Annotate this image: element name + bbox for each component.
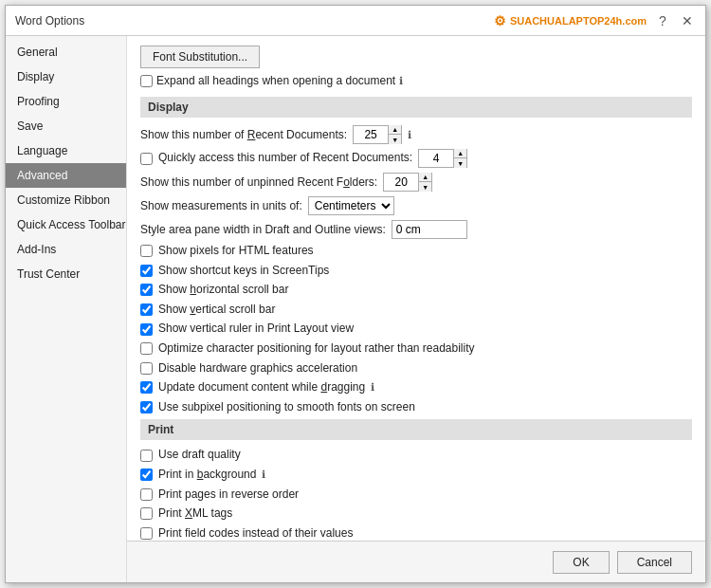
content-area: Font Substitution... Expand all headings… <box>127 36 705 582</box>
draft-quality-label: Use draft quality <box>158 448 241 463</box>
unpinned-folders-row: Show this number of unpinned Recent Fold… <box>140 173 692 192</box>
help-button[interactable]: ? <box>654 12 671 29</box>
quick-access-label: Quickly access this number of Recent Doc… <box>158 151 412 166</box>
unpinned-folders-input[interactable] <box>384 174 418 191</box>
print-xml-checkbox[interactable] <box>140 507 153 520</box>
sidebar-item-language[interactable]: Language <box>6 138 126 163</box>
reverse-order-row: Print pages in reverse order <box>140 487 692 503</box>
pixels-html-label: Show pixels for HTML features <box>158 244 314 259</box>
update-doc-label: Update document content while dragging <box>158 380 365 395</box>
expand-headings-info-icon: ℹ <box>399 75 403 87</box>
subpixel-row: Use subpixel positioning to smooth fonts… <box>140 400 692 415</box>
brand-label: SUACHUALAPTOP24h.com <box>510 15 647 27</box>
update-doc-info-icon: ℹ <box>371 381 374 394</box>
disable-hw-checkbox[interactable] <box>140 362 153 375</box>
recent-docs-info-icon: ℹ <box>408 129 411 141</box>
sidebar-item-save[interactable]: Save <box>6 114 126 138</box>
title-bar: Word Options ⚙ SUACHUALAPTOP24h.com ? ✕ <box>6 6 705 36</box>
update-doc-row: Update document content while dragging ℹ <box>140 380 692 395</box>
dialog-body: General Display Proofing Save Language A… <box>6 36 705 582</box>
sidebar-item-trust-center[interactable]: Trust Center <box>6 262 126 286</box>
quick-access-down-btn[interactable]: ▼ <box>453 158 466 168</box>
sidebar-item-proofing[interactable]: Proofing <box>6 89 126 114</box>
disable-hw-row: Disable hardware graphics acceleration <box>140 361 692 377</box>
print-background-checkbox[interactable] <box>140 469 153 481</box>
units-row: Show measurements in units of: Inches Ce… <box>140 196 692 215</box>
subpixel-label: Use subpixel positioning to smooth fonts… <box>158 400 415 415</box>
font-substitution-button[interactable]: Font Substitution... <box>140 46 260 68</box>
recent-docs-row: Show this number of Recent Documents: ▲ … <box>140 125 692 144</box>
shortcut-keys-checkbox[interactable] <box>140 265 153 277</box>
shortcut-keys-row: Show shortcut keys in ScreenTips <box>140 264 692 279</box>
quick-access-up-btn[interactable]: ▲ <box>453 149 466 158</box>
sidebar-item-addins[interactable]: Add-Ins <box>6 237 126 262</box>
expand-headings-label: Expand all headings when opening a docum… <box>156 74 395 87</box>
ok-button[interactable]: OK <box>553 551 609 574</box>
sidebar-item-advanced[interactable]: Advanced <box>6 163 126 188</box>
shortcut-keys-label: Show shortcut keys in ScreenTips <box>158 264 329 279</box>
sidebar-item-customize-ribbon[interactable]: Customize Ribbon <box>6 188 126 212</box>
quick-access-spin-btns: ▲ ▼ <box>453 149 466 168</box>
reverse-order-label: Print pages in reverse order <box>158 487 299 503</box>
expand-headings-checkbox[interactable] <box>140 75 153 87</box>
horiz-scroll-label: Show horizontal scroll bar <box>158 283 288 298</box>
recent-docs-up-btn[interactable]: ▲ <box>388 125 401 135</box>
quick-access-input[interactable] <box>419 150 453 167</box>
recent-docs-spinbox: ▲ ▼ <box>353 125 402 144</box>
unpinned-folders-spinbox: ▲ ▼ <box>383 173 432 192</box>
vert-scroll-checkbox[interactable] <box>140 303 153 316</box>
expand-headings-row: Expand all headings when opening a docum… <box>140 74 692 87</box>
reverse-order-checkbox[interactable] <box>140 488 153 501</box>
sidebar-item-general[interactable]: General <box>6 40 126 64</box>
sidebar-item-display[interactable]: Display <box>6 64 126 89</box>
recent-docs-input[interactable] <box>354 126 388 143</box>
horiz-scroll-row: Show horizontal scroll bar <box>140 283 692 298</box>
recent-docs-down-btn[interactable]: ▼ <box>388 135 401 144</box>
unpinned-folders-spin-btns: ▲ ▼ <box>418 173 431 192</box>
print-field-codes-row: Print field codes instead of their value… <box>140 526 692 541</box>
print-field-codes-label: Print field codes instead of their value… <box>158 526 353 541</box>
vert-ruler-checkbox[interactable] <box>140 323 153 336</box>
print-background-info-icon: ℹ <box>262 469 265 481</box>
unpinned-folders-down-btn[interactable]: ▼ <box>418 182 431 192</box>
style-area-row: Style area pane width in Draft and Outli… <box>140 220 692 239</box>
quick-access-spinbox: ▲ ▼ <box>418 149 467 168</box>
close-button[interactable]: ✕ <box>679 12 696 29</box>
recent-docs-label: Show this number of Recent Documents: <box>140 128 347 141</box>
horiz-scroll-checkbox[interactable] <box>140 284 153 296</box>
subpixel-checkbox[interactable] <box>140 401 153 413</box>
pixels-html-row: Show pixels for HTML features <box>140 244 692 259</box>
cancel-button[interactable]: Cancel <box>617 551 692 574</box>
sidebar-item-quick-access[interactable]: Quick Access Toolbar <box>6 212 126 237</box>
style-area-input[interactable] <box>392 220 467 239</box>
sidebar: General Display Proofing Save Language A… <box>6 36 127 582</box>
draft-quality-checkbox[interactable] <box>140 450 153 462</box>
title-bar-left: Word Options <box>15 14 84 28</box>
footer-bar: OK Cancel <box>127 541 705 582</box>
pixels-html-checkbox[interactable] <box>140 245 153 257</box>
style-area-label: Style area pane width in Draft and Outli… <box>140 223 386 236</box>
display-section-header: Display <box>140 97 692 118</box>
quick-access-checkbox[interactable] <box>140 153 153 165</box>
print-xml-row: Print XML tags <box>140 506 692 522</box>
optimize-char-row: Optimize character positioning for layou… <box>140 341 692 357</box>
print-field-codes-checkbox[interactable] <box>140 527 153 540</box>
draft-quality-row: Use draft quality <box>140 448 692 463</box>
brand-logo: ⚙ SUACHUALAPTOP24h.com <box>494 13 647 28</box>
vert-ruler-label: Show vertical ruler in Print Layout view <box>158 322 354 337</box>
vert-ruler-row: Show vertical ruler in Print Layout view <box>140 322 692 337</box>
optimize-char-checkbox[interactable] <box>140 342 153 355</box>
print-background-row: Print in background ℹ <box>140 468 692 483</box>
word-options-dialog: Word Options ⚙ SUACHUALAPTOP24h.com ? ✕ … <box>5 5 706 583</box>
print-xml-label: Print XML tags <box>158 506 232 522</box>
top-section: Font Substitution... Expand all headings… <box>140 46 692 87</box>
print-background-label: Print in background <box>158 468 256 483</box>
unpinned-folders-up-btn[interactable]: ▲ <box>418 173 431 182</box>
units-label: Show measurements in units of: <box>140 199 302 212</box>
vert-scroll-row: Show vertical scroll bar <box>140 303 692 318</box>
quick-access-row: Quickly access this number of Recent Doc… <box>140 149 692 168</box>
gear-icon: ⚙ <box>494 13 506 28</box>
units-dropdown[interactable]: Inches Centimeters Millimeters Points Pi… <box>308 196 394 215</box>
title-bar-right: ⚙ SUACHUALAPTOP24h.com ? ✕ <box>494 12 696 29</box>
update-doc-checkbox[interactable] <box>140 381 153 394</box>
